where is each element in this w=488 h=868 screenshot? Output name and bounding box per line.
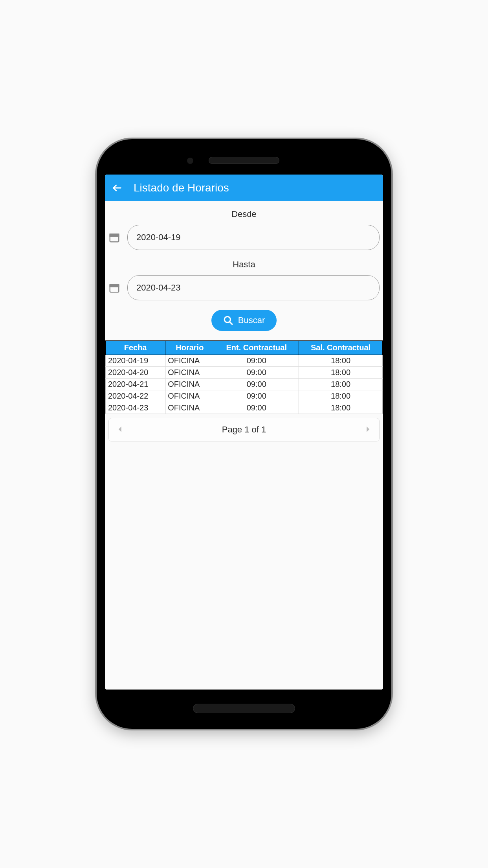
schedule-table: Fecha Horario Ent. Contractual Sal. Cont… <box>105 340 383 414</box>
phone-home <box>193 704 295 713</box>
app-bar: Listado de Horarios <box>105 175 383 201</box>
chevron-left-icon <box>117 427 123 432</box>
table-row[interactable]: 2020-04-23OFICINA09:0018:00 <box>106 402 383 414</box>
back-button[interactable] <box>112 182 123 193</box>
table-header-row: Fecha Horario Ent. Contractual Sal. Cont… <box>106 341 383 355</box>
from-date-group: Desde <box>105 209 383 250</box>
svg-rect-2 <box>110 234 119 236</box>
cell-ent: 09:00 <box>214 367 299 379</box>
cell-sal: 18:00 <box>299 367 383 379</box>
from-date-row <box>105 225 383 250</box>
search-icon <box>223 315 233 326</box>
pager-next-button[interactable] <box>365 426 371 434</box>
app-screen: Listado de Horarios Desde Hasta <box>105 175 383 690</box>
cell-fecha: 2020-04-19 <box>106 355 165 367</box>
cell-fecha: 2020-04-23 <box>106 402 165 414</box>
pager-prev-button[interactable] <box>117 426 123 434</box>
col-sal: Sal. Contractual <box>299 341 383 355</box>
cell-ent: 09:00 <box>214 402 299 414</box>
cell-horario: OFICINA <box>165 379 214 390</box>
cell-horario: OFICINA <box>165 355 214 367</box>
calendar-icon <box>108 232 120 243</box>
calendar-icon <box>108 282 120 294</box>
cell-fecha: 2020-04-20 <box>106 367 165 379</box>
content-area: Desde Hasta <box>105 201 383 690</box>
from-date-input[interactable] <box>127 225 380 250</box>
search-button-label: Buscar <box>238 315 265 326</box>
svg-line-6 <box>229 322 232 324</box>
cell-sal: 18:00 <box>299 379 383 390</box>
to-date-label: Hasta <box>233 259 255 270</box>
cell-horario: OFICINA <box>165 402 214 414</box>
cell-sal: 18:00 <box>299 390 383 402</box>
to-date-input[interactable] <box>127 275 380 300</box>
cell-fecha: 2020-04-22 <box>106 390 165 402</box>
phone-speaker <box>209 157 279 164</box>
cell-ent: 09:00 <box>214 390 299 402</box>
cell-sal: 18:00 <box>299 355 383 367</box>
phone-camera <box>187 158 193 164</box>
svg-marker-7 <box>119 427 121 432</box>
cell-fecha: 2020-04-21 <box>106 379 165 390</box>
cell-horario: OFICINA <box>165 390 214 402</box>
svg-marker-8 <box>367 427 369 432</box>
col-ent: Ent. Contractual <box>214 341 299 355</box>
phone-frame: Listado de Horarios Desde Hasta <box>97 139 391 729</box>
pager-text: Page 1 of 1 <box>222 425 266 435</box>
svg-rect-4 <box>110 284 119 287</box>
cell-horario: OFICINA <box>165 367 214 379</box>
pager: Page 1 of 1 <box>108 418 380 441</box>
from-date-label: Desde <box>231 209 257 219</box>
col-horario: Horario <box>165 341 214 355</box>
cell-ent: 09:00 <box>214 379 299 390</box>
table-row[interactable]: 2020-04-21OFICINA09:0018:00 <box>106 379 383 390</box>
table-row[interactable]: 2020-04-22OFICINA09:0018:00 <box>106 390 383 402</box>
arrow-left-icon <box>112 182 123 193</box>
cell-sal: 18:00 <box>299 402 383 414</box>
search-button[interactable]: Buscar <box>211 310 277 331</box>
chevron-right-icon <box>365 427 371 432</box>
to-date-group: Hasta <box>105 259 383 300</box>
table-row[interactable]: 2020-04-20OFICINA09:0018:00 <box>106 367 383 379</box>
col-fecha: Fecha <box>106 341 165 355</box>
cell-ent: 09:00 <box>214 355 299 367</box>
to-date-row <box>105 275 383 300</box>
page-title: Listado de Horarios <box>134 182 229 194</box>
table-row[interactable]: 2020-04-19OFICINA09:0018:00 <box>106 355 383 367</box>
